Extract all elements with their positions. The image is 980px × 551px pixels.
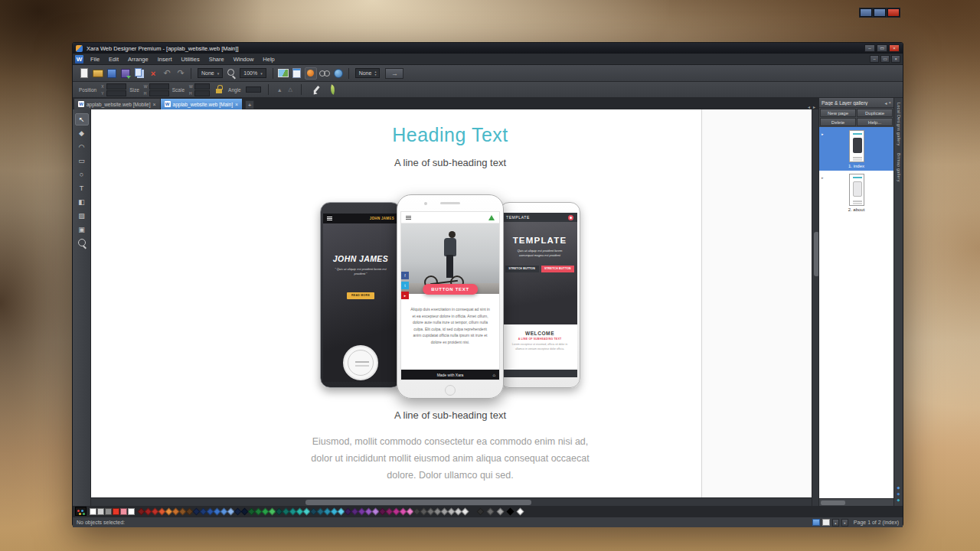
shape-tool[interactable]: ◆ (75, 127, 89, 139)
help-button[interactable]: Help... (857, 118, 893, 126)
gallery-scrollbar[interactable] (819, 498, 893, 506)
insert-image-icon[interactable] (277, 67, 289, 80)
delete-icon[interactable]: × (147, 67, 159, 80)
menu-item[interactable]: File (86, 54, 104, 64)
fill-tool[interactable]: ◧ (75, 196, 89, 208)
duplicate-button[interactable]: Duplicate (857, 109, 893, 117)
menu-item[interactable]: Utilities (176, 54, 204, 64)
autohide-pin-icon[interactable]: ◂ (884, 100, 887, 106)
preset-dropdown[interactable]: None ▾ (198, 68, 223, 78)
page-thumbnail[interactable] (849, 130, 864, 162)
tab-applab-website-mobile[interactable]: W applab_website.web [Mobile] × (74, 99, 160, 109)
apply-arrow-button[interactable]: → (385, 68, 403, 79)
scale-h-field[interactable] (194, 90, 210, 96)
frame-gallery-icon[interactable]: ◆ (897, 497, 900, 502)
tab-scroll-left-icon[interactable]: ◂ (808, 104, 810, 109)
snap-to-objects-icon[interactable]: ▲ (277, 87, 283, 93)
close-button[interactable]: × (889, 44, 900, 52)
expander-icon[interactable]: ▸ (822, 132, 824, 136)
delete-button[interactable]: Delete (820, 118, 856, 126)
color-swatch[interactable] (507, 507, 514, 515)
mdi-minimize-button[interactable]: – (870, 55, 879, 63)
current-page-icon[interactable] (812, 519, 820, 526)
size-h-field[interactable] (149, 90, 169, 96)
color-swatch[interactable] (487, 507, 495, 515)
zoom-dropdown[interactable]: 100% ▾ (240, 68, 266, 78)
next-page-button[interactable]: ▾ (841, 519, 848, 527)
bg-window-close-button[interactable] (887, 8, 900, 17)
position-x-field[interactable] (106, 83, 126, 90)
color-swatch[interactable] (97, 508, 104, 515)
save-icon[interactable] (106, 67, 118, 80)
select-tool[interactable]: ↖ (75, 113, 89, 126)
color-swatch[interactable] (113, 508, 119, 515)
menu-item[interactable]: Share (204, 54, 229, 64)
color-swatch[interactable] (90, 508, 96, 515)
menu-item[interactable]: Window (229, 54, 259, 64)
tab-close-icon[interactable]: × (152, 102, 155, 107)
minimize-button[interactable]: – (864, 44, 875, 52)
design-canvas[interactable]: Heading Text A line of sub-heading text … (91, 109, 812, 497)
snap-to-grid-icon[interactable]: △ (289, 86, 292, 93)
page-flip-icon[interactable] (822, 519, 830, 526)
position-y-field[interactable] (106, 90, 126, 96)
size-w-field[interactable] (149, 83, 169, 90)
scrollbar-thumb[interactable] (305, 500, 531, 505)
mdi-close-button[interactable]: × (891, 55, 900, 63)
menu-item[interactable]: Edit (104, 54, 123, 64)
color-swatch[interactable] (477, 507, 485, 515)
color-swatch[interactable] (517, 507, 524, 515)
open-file-icon[interactable] (92, 67, 104, 80)
zoom-tool[interactable] (75, 237, 89, 249)
scale-w-field[interactable] (194, 83, 210, 90)
bg-window-min-button[interactable] (860, 8, 872, 17)
lock-aspect-icon[interactable] (215, 85, 223, 94)
text-tool[interactable]: T (75, 182, 89, 194)
photo-tool[interactable]: ▣ (75, 223, 89, 236)
new-tab-button[interactable]: + (245, 100, 254, 109)
link-icon[interactable] (318, 67, 331, 80)
menu-item[interactable]: Insert (153, 54, 177, 64)
fill-gallery-icon[interactable]: ◆ (897, 491, 900, 496)
horizontal-scrollbar[interactable] (91, 497, 812, 506)
color-editor-button[interactable] (75, 507, 87, 516)
local-designs-gallery-tab[interactable]: Local Designs gallery (897, 103, 901, 145)
rectangle-tool[interactable]: ▭ (75, 155, 89, 167)
color-swatch[interactable] (120, 508, 127, 515)
smoothing-pen-icon[interactable] (312, 84, 321, 95)
maximize-button[interactable]: ▭ (877, 44, 887, 52)
menu-item[interactable]: Help (258, 54, 279, 64)
page-entry-2[interactable]: ▸ 2. about (819, 171, 893, 214)
new-document-icon[interactable] (78, 67, 90, 80)
bitmap-gallery-tab[interactable]: Bitmap gallery (897, 153, 901, 182)
web-preview-icon[interactable] (332, 67, 345, 80)
color-swatch[interactable] (462, 507, 469, 515)
title-bar[interactable]: Xara Web Designer Premium - [applab_webs… (73, 43, 903, 54)
transparency-tool[interactable]: ▨ (75, 210, 89, 222)
stepper-icon[interactable]: ▴▾ (374, 70, 376, 77)
ellipse-tool[interactable]: ○ (75, 168, 89, 181)
live-effects-icon[interactable] (305, 67, 317, 80)
names-dropdown[interactable]: None ▴▾ (355, 68, 381, 78)
expander-icon[interactable]: ▸ (822, 175, 824, 180)
tab-scroll-right-icon[interactable]: ▸ (813, 104, 815, 109)
designs-gallery-icon[interactable]: ◆ (897, 485, 900, 490)
pen-tool[interactable]: ◠ (75, 141, 89, 153)
tab-close-icon[interactable]: × (235, 102, 238, 107)
bg-window-max-button[interactable] (874, 8, 886, 17)
page-entry-1[interactable]: ▸ 1. index (819, 127, 893, 171)
export-icon[interactable] (119, 67, 132, 80)
color-swatch[interactable] (105, 508, 112, 515)
close-gallery-icon[interactable]: × (888, 100, 891, 106)
page-thumbnail[interactable] (849, 174, 864, 206)
new-page-button[interactable]: New page (820, 109, 856, 117)
tab-applab-website-main[interactable]: W applab_website.web [Main] × (161, 99, 243, 109)
previous-page-button[interactable]: ▴ (832, 519, 839, 527)
feather-icon[interactable] (328, 84, 336, 95)
menu-item[interactable]: Arrange (123, 54, 153, 64)
undo-icon[interactable]: ↶ (161, 67, 173, 80)
angle-field[interactable] (246, 86, 261, 93)
mdi-restore-button[interactable]: ▭ (880, 55, 890, 63)
color-swatch[interactable] (497, 507, 505, 515)
redo-icon[interactable]: ↷ (175, 67, 187, 80)
